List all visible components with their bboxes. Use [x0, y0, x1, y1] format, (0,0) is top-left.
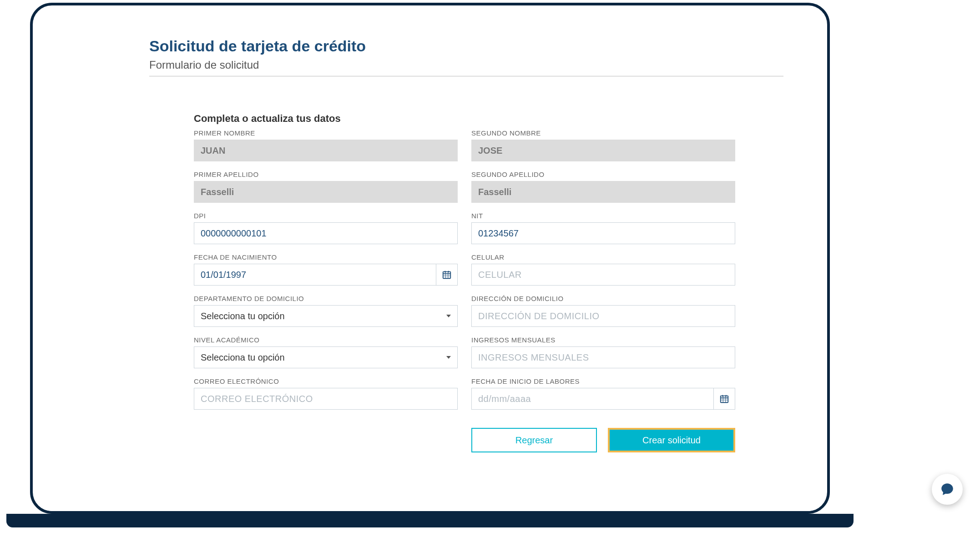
- input-correo-wrap[interactable]: [194, 388, 458, 410]
- input-segundo-nombre: JOSE: [471, 140, 735, 161]
- input-dpi-wrap[interactable]: [194, 222, 458, 244]
- input-segundo-apellido: Fasselli: [471, 181, 735, 203]
- input-direccion[interactable]: [478, 306, 728, 326]
- label-fecha-nacimiento: FECHA DE NACIMIENTO: [194, 253, 458, 261]
- svg-rect-0: [443, 272, 451, 279]
- label-correo: CORREO ELECTRÓNICO: [194, 377, 458, 385]
- calendar-icon: [719, 394, 729, 404]
- date-nacimiento-wrap: [194, 264, 458, 286]
- submit-button[interactable]: Crear solicitud: [608, 428, 735, 452]
- page-subtitle: Formulario de solicitud: [149, 59, 783, 76]
- field-dpi: DPI: [194, 212, 458, 244]
- field-segundo-nombre: SEGUNDO NOMBRE JOSE: [471, 129, 735, 161]
- field-celular: CELULAR: [471, 253, 735, 286]
- page-title: Solicitud de tarjeta de crédito: [149, 37, 783, 55]
- input-nit-wrap[interactable]: [471, 222, 735, 244]
- input-fecha-nacimiento-wrap[interactable]: [194, 264, 436, 286]
- field-segundo-apellido: SEGUNDO APELLIDO Fasselli: [471, 171, 735, 203]
- input-primer-nombre: JUAN: [194, 140, 458, 161]
- label-fecha-inicio-labores: FECHA DE INICIO DE LABORES: [471, 377, 735, 385]
- field-ingresos: INGRESOS MENSUALES: [471, 336, 735, 368]
- spacer: [194, 419, 458, 452]
- laptop-frame: Solicitud de tarjeta de crédito Formular…: [30, 3, 830, 514]
- field-primer-apellido: PRIMER APELLIDO Fasselli: [194, 171, 458, 203]
- field-direccion: DIRECCIÓN DE DOMICILIO: [471, 295, 735, 327]
- label-celular: CELULAR: [471, 253, 735, 261]
- input-celular[interactable]: [478, 264, 728, 285]
- field-fecha-inicio-labores: FECHA DE INICIO DE LABORES: [471, 377, 735, 410]
- chevron-down-icon: [446, 356, 451, 359]
- input-direccion-wrap[interactable]: [471, 305, 735, 327]
- chat-icon: [940, 482, 955, 497]
- input-celular-wrap[interactable]: [471, 264, 735, 286]
- input-ingresos-wrap[interactable]: [471, 346, 735, 368]
- field-primer-nombre: PRIMER NOMBRE JUAN: [194, 129, 458, 161]
- label-segundo-nombre: SEGUNDO NOMBRE: [471, 129, 735, 137]
- screen-content: Solicitud de tarjeta de crédito Formular…: [49, 19, 811, 511]
- input-fecha-nacimiento[interactable]: [201, 264, 429, 285]
- chevron-down-icon: [446, 315, 451, 317]
- label-direccion: DIRECCIÓN DE DOMICILIO: [471, 295, 735, 302]
- date-labores-wrap: [471, 388, 735, 410]
- calendar-icon: [442, 270, 452, 280]
- chat-button[interactable]: [932, 474, 963, 505]
- form-wrap: Completa o actualiza tus datos PRIMER NO…: [194, 113, 735, 452]
- select-nivel-academico-text: Selecciona tu opción: [201, 352, 285, 363]
- field-fecha-nacimiento: FECHA DE NACIMIENTO: [194, 253, 458, 286]
- field-departamento: DEPARTAMENTO DE DOMICILIO Selecciona tu …: [194, 295, 458, 327]
- input-correo[interactable]: [201, 388, 451, 409]
- input-ingresos[interactable]: [478, 347, 728, 368]
- input-nit[interactable]: [478, 223, 728, 244]
- select-departamento-text: Selecciona tu opción: [201, 311, 285, 321]
- svg-rect-7: [721, 396, 728, 403]
- input-fecha-labores[interactable]: [478, 388, 707, 409]
- calendar-button-labores[interactable]: [713, 388, 735, 410]
- input-primer-apellido: Fasselli: [194, 181, 458, 203]
- select-nivel-academico[interactable]: Selecciona tu opción: [194, 346, 458, 368]
- label-dpi: DPI: [194, 212, 458, 220]
- label-primer-nombre: PRIMER NOMBRE: [194, 129, 458, 137]
- label-departamento: DEPARTAMENTO DE DOMICILIO: [194, 295, 458, 302]
- field-correo: CORREO ELECTRÓNICO: [194, 377, 458, 410]
- button-row: Regresar Crear solicitud: [471, 428, 735, 452]
- label-segundo-apellido: SEGUNDO APELLIDO: [471, 171, 735, 178]
- field-nivel-academico: NIVEL ACADÉMICO Selecciona tu opción: [194, 336, 458, 368]
- label-nit: NIT: [471, 212, 735, 220]
- calendar-button-nacimiento[interactable]: [436, 264, 458, 286]
- form-grid: PRIMER NOMBRE JUAN SEGUNDO NOMBRE JOSE P…: [194, 129, 735, 452]
- input-dpi[interactable]: [201, 223, 451, 244]
- label-primer-apellido: PRIMER APELLIDO: [194, 171, 458, 178]
- field-nit: NIT: [471, 212, 735, 244]
- section-heading: Completa o actualiza tus datos: [194, 113, 735, 125]
- label-ingresos: INGRESOS MENSUALES: [471, 336, 735, 344]
- back-button[interactable]: Regresar: [471, 428, 597, 452]
- laptop-base: [6, 514, 854, 527]
- select-departamento[interactable]: Selecciona tu opción: [194, 305, 458, 327]
- label-nivel-academico: NIVEL ACADÉMICO: [194, 336, 458, 344]
- input-fecha-labores-wrap[interactable]: [471, 388, 713, 410]
